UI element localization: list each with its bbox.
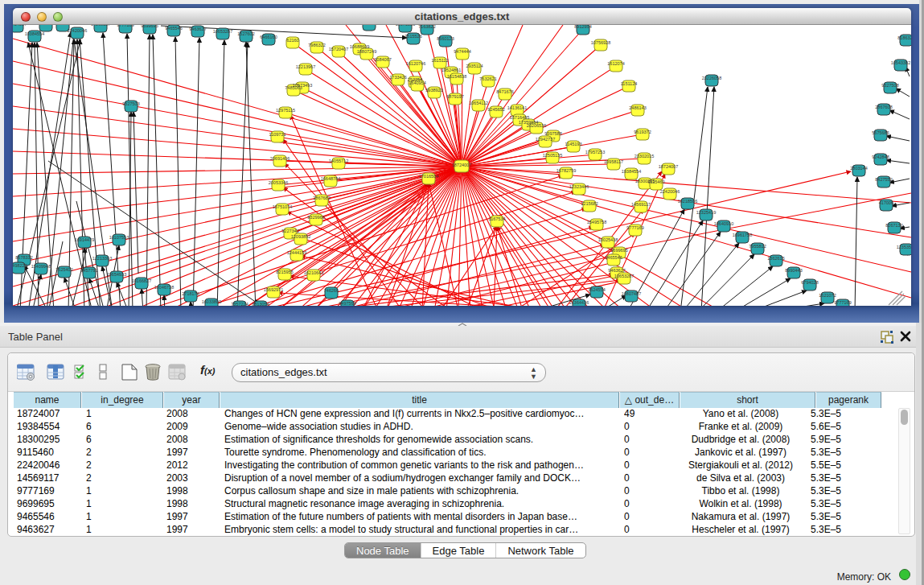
svg-text:19654933: 19654933 [107,272,126,277]
svg-text:10654112: 10654112 [469,101,488,105]
svg-text:14136141: 14136141 [507,105,527,110]
svg-text:16210643: 16210643 [304,270,323,275]
svg-text:9463627: 9463627 [608,268,625,273]
svg-text:2803144: 2803144 [850,166,867,171]
svg-text:9777169: 9777169 [626,225,643,230]
svg-text:16648784: 16648784 [321,176,340,181]
svg-text:12323446: 12323446 [569,184,589,189]
svg-text:3498222: 3498222 [13,263,27,268]
svg-text:7955812: 7955812 [749,244,766,249]
svg-text:12353594: 12353594 [897,245,911,249]
svg-text:1167534: 1167534 [488,216,505,221]
svg-text:16914479: 16914479 [75,237,94,242]
svg-text:22420046: 22420046 [660,189,680,194]
svg-text:9465546: 9465546 [605,255,622,260]
svg-text:9465546: 9465546 [165,26,182,31]
svg-text:10025438: 10025438 [598,237,618,242]
svg-text:7986322: 7986322 [308,43,325,47]
svg-text:6497568: 6497568 [339,301,355,306]
svg-text:7357224: 7357224 [231,302,248,306]
svg-text:10107553: 10107553 [109,235,129,240]
svg-text:14055712: 14055712 [329,159,348,163]
svg-text:1621072: 1621072 [819,293,836,298]
svg-text:19524861: 19524861 [441,68,461,72]
svg-text:16154838: 16154838 [447,74,466,79]
svg-text:12325419: 12325419 [696,210,716,215]
svg-text:8813054: 8813054 [252,302,269,306]
svg-text:9327503: 9327503 [122,101,139,106]
svg-text:8912954: 8912954 [574,25,591,29]
svg-text:12942737: 12942737 [536,137,555,142]
svg-text:7632621: 7632621 [479,76,496,81]
svg-text:9474444: 9474444 [454,49,470,54]
svg-text:10958117: 10958117 [604,159,623,164]
svg-text:12213363: 12213363 [92,256,112,261]
svg-text:1151124: 1151124 [621,81,638,86]
svg-text:2718176: 2718176 [182,291,199,296]
svg-text:19166827: 19166827 [132,278,151,283]
svg-text:12505135: 12505135 [543,153,562,158]
svg-text:6466160: 6466160 [260,35,277,39]
svg-text:9777169: 9777169 [834,300,851,305]
svg-text:8267130: 8267130 [885,223,902,228]
svg-text:18807249: 18807249 [357,49,376,54]
svg-text:9699695: 9699695 [610,248,627,253]
svg-text:3624554: 3624554 [588,287,605,292]
svg-text:15692971: 15692971 [264,287,283,292]
svg-text:746266: 746266 [324,288,339,293]
svg-text:23302015: 23302015 [634,154,654,159]
svg-text:1640954: 1640954 [409,80,425,85]
svg-text:5675685: 5675685 [872,130,889,135]
svg-text:18724007: 18724007 [659,164,678,169]
svg-text:1362615: 1362615 [767,256,784,261]
svg-text:14569117: 14569117 [631,202,651,207]
svg-text:7625402: 7625402 [55,267,72,272]
svg-text:10756928: 10756928 [591,40,610,45]
svg-text:18300295: 18300295 [36,25,55,26]
svg-text:18640910: 18640910 [714,221,733,226]
svg-text:16782759: 16782759 [556,168,576,173]
svg-text:15720407: 15720407 [329,47,348,51]
svg-text:20206536: 20206536 [527,123,546,128]
svg-text:9397588: 9397588 [544,131,561,136]
svg-text:20053346: 20053346 [269,180,288,185]
svg-text:19384554: 19384554 [25,31,44,36]
svg-text:9115460: 9115460 [54,25,71,26]
svg-text:8471676: 8471676 [496,89,513,94]
svg-text:8427552: 8427552 [875,177,892,182]
svg-text:12093852: 12093852 [291,234,310,239]
svg-text:1145193: 1145193 [565,142,581,146]
svg-text:15495758: 15495758 [587,220,606,225]
svg-text:15751074: 15751074 [273,204,292,209]
svg-text:19384554: 19384554 [622,169,641,174]
svg-text:1527602: 1527602 [237,31,254,36]
svg-text:6794028: 6794028 [801,280,818,285]
svg-text:1109731: 1109731 [269,132,285,137]
svg-text:9084067: 9084067 [374,57,391,62]
svg-text:9619372: 9619372 [634,130,651,134]
svg-text:23226058: 23226058 [702,76,721,80]
svg-text:8215955: 8215955 [276,270,293,274]
svg-text:8678332: 8678332 [15,255,32,260]
svg-text:2486143: 2486143 [629,105,646,110]
svg-text:6879197: 6879197 [446,94,463,99]
svg-text:16120746: 16120746 [406,61,425,66]
svg-text:417006: 417006 [879,200,893,205]
svg-text:16961758: 16961758 [733,233,752,237]
svg-text:1615112: 1615112 [431,58,448,63]
svg-text:2867682: 2867682 [313,196,330,200]
svg-text:20691406: 20691406 [270,156,290,161]
svg-text:17957253: 17957253 [585,150,605,154]
svg-text:9242848: 9242848 [872,154,889,159]
svg-text:9457791: 9457791 [80,268,97,273]
svg-text:9327508: 9327508 [881,83,898,88]
svg-text:10653287: 10653287 [614,274,634,278]
svg-text:7163822: 7163822 [418,25,435,29]
svg-text:18724007: 18724007 [452,163,471,167]
svg-text:1733426: 1733426 [389,75,406,80]
svg-text:9329966: 9329966 [307,215,324,220]
svg-text:7485063: 7485063 [285,85,302,90]
svg-text:8186328: 8186328 [897,35,911,40]
svg-text:10807487: 10807487 [622,291,641,296]
svg-text:22420046: 22420046 [68,28,87,33]
